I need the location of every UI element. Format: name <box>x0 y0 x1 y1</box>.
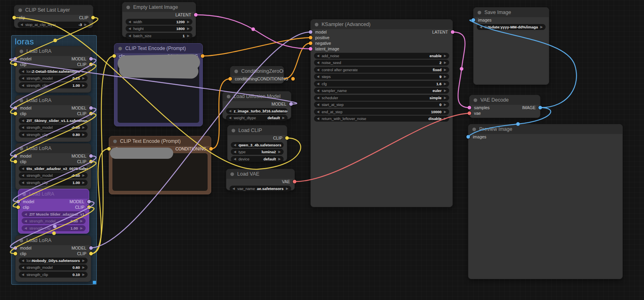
clip-output-dot[interactable] <box>87 206 91 209</box>
widget-row[interactable]: ◀height1800▶ <box>126 26 192 32</box>
widget-row[interactable]: ◀cfg1.6▶ <box>314 81 449 87</box>
widget-row[interactable]: ◀strength_clip1.00▶ <box>19 82 88 88</box>
node-title-bar[interactable]: VAE Decode <box>470 95 540 105</box>
node-status-dot[interactable] <box>118 47 122 50</box>
widget-row[interactable]: ◀z_image_turbo_bf16.safetensors▶ <box>226 108 288 114</box>
clip-output-dot[interactable] <box>89 112 93 116</box>
output-slot-VAE[interactable]: VAE <box>282 179 290 184</box>
clip-output-dot[interactable] <box>91 16 95 20</box>
output-slot-CLIP[interactable]: CLIP <box>77 251 87 256</box>
widget-decrement-arrow[interactable]: ◀ <box>128 34 131 38</box>
node-load-vae[interactable]: Load VAEVAE◀vae_nameae.safetensors▶ <box>226 169 295 190</box>
model-input-dot[interactable] <box>14 57 17 61</box>
image-input-dot[interactable] <box>472 18 475 22</box>
widget-increment-arrow[interactable]: ▶ <box>444 110 446 114</box>
widget-decrement-arrow[interactable]: ◀ <box>22 119 24 122</box>
output-slot-MODEL[interactable]: MODEL <box>72 154 87 158</box>
node-title-bar[interactable]: Load LoRA <box>16 96 91 105</box>
image-input-dot[interactable] <box>466 135 470 139</box>
widget-increment-arrow[interactable]: ▶ <box>82 174 85 177</box>
widget-row[interactable]: ◀sampler_nameeuler▶ <box>314 88 449 94</box>
output-slot-CLIP[interactable]: CLIP <box>77 159 87 164</box>
node-ksampler-advanced[interactable]: KSampler (Advanced)modelLATENTpositivene… <box>310 19 453 207</box>
input-slot-model[interactable]: model <box>20 106 32 110</box>
latent-output-dot[interactable] <box>451 30 454 34</box>
widget-increment-arrow[interactable]: ▶ <box>82 273 85 276</box>
widget-row[interactable]: ◀strength_clip1.00▶ <box>22 225 86 231</box>
node-load-lora-1[interactable]: Load LoRAmodelMODELclipCLIP◀lora_nameZ-D… <box>15 46 91 93</box>
model-output-dot[interactable] <box>89 106 93 110</box>
widget-row[interactable]: ◀weight_dtypedefault▶ <box>226 115 288 121</box>
output-slot-IMAGE[interactable]: IMAGE <box>522 105 536 110</box>
widget-decrement-arrow[interactable]: ◀ <box>22 259 24 262</box>
node-title-bar[interactable]: Load LoRA <box>18 189 89 199</box>
widget-row[interactable]: ◀ZIT Muscle Slider_adazmsr_v1...▶ <box>22 211 86 217</box>
node-status-dot[interactable] <box>20 50 23 53</box>
node-status-dot[interactable] <box>113 140 117 143</box>
node-title-bar[interactable]: Load LoRA <box>16 236 91 245</box>
node-status-dot[interactable] <box>20 239 23 242</box>
node-vae-decode[interactable]: VAE DecodesamplesIMAGEvae <box>469 95 540 118</box>
widget-increment-arrow[interactable]: ▶ <box>444 68 446 72</box>
widget-row[interactable]: ◀lora_na ...Nobody_Dilys.safetensors▶ <box>19 258 88 264</box>
input-slot-clip[interactable]: clip <box>20 159 26 164</box>
widget-increment-arrow[interactable]: ▶ <box>84 23 87 26</box>
latent-input-dot[interactable] <box>309 47 312 51</box>
output-slot-CLIP[interactable]: CLIP <box>77 62 87 67</box>
node-status-dot[interactable] <box>232 129 235 132</box>
widget-row[interactable]: ◀start_at_step0▶ <box>314 102 449 108</box>
widget-row[interactable]: ◀control after generatefixed▶ <box>314 67 449 73</box>
node-title-bar[interactable]: Load Diffusion Model <box>223 92 291 101</box>
node-title-bar[interactable]: CLIP Text Encode (Prompt) <box>114 44 202 53</box>
node-title-bar[interactable]: ConditioningZeroOut <box>230 66 284 76</box>
output-slot-CONDITIONING[interactable]: CONDITIONING <box>175 146 207 151</box>
widget-row[interactable]: ◀devicedefault▶ <box>231 156 284 162</box>
input-slot-model[interactable]: model <box>20 246 32 250</box>
output-slot-CLIP[interactable]: CLIP <box>77 111 87 116</box>
widget-increment-arrow[interactable]: ▶ <box>444 96 446 100</box>
widget-row[interactable]: ◀strength_model0.60▶ <box>19 264 88 270</box>
widget-increment-arrow[interactable]: ▶ <box>540 25 543 29</box>
node-status-dot[interactable] <box>227 95 230 98</box>
model-output-dot[interactable] <box>289 102 293 106</box>
widget-decrement-arrow[interactable]: ◀ <box>317 68 319 72</box>
model-input-dot[interactable] <box>16 200 20 204</box>
output-slot-MODEL[interactable]: MODEL <box>272 102 287 106</box>
node-load-lora-3[interactable]: Load LoRAmodelMODELclipCLIP◀tits_slider_… <box>15 143 91 190</box>
widget-row[interactable]: ◀end_at_step10000▶ <box>314 109 449 115</box>
conditioning-input-dot[interactable] <box>309 36 312 40</box>
widget-row[interactable]: ◀vae_nameae.safetensors▶ <box>230 186 291 192</box>
widget-decrement-arrow[interactable]: ◀ <box>234 143 236 147</box>
node-title-bar[interactable]: Load CLIP <box>228 126 287 135</box>
node-status-dot[interactable] <box>230 172 234 176</box>
node-status-dot[interactable] <box>315 23 318 26</box>
widget-increment-arrow[interactable]: ▶ <box>444 89 446 92</box>
widget-decrement-arrow[interactable]: ◀ <box>234 157 236 161</box>
widget-row[interactable]: ◀return_with_leftover_noisedisable▶ <box>314 116 449 122</box>
node-load-lora-2[interactable]: Load LoRAmodelMODELclipCLIP◀lo ...ZIT_Sk… <box>15 95 91 142</box>
node-status-dot[interactable] <box>22 192 26 196</box>
widget-decrement-arrow[interactable]: ◀ <box>480 25 482 29</box>
widget-row[interactable]: ◀strength_model0.25▶ <box>19 75 88 81</box>
conditioning-input-dot[interactable] <box>228 77 232 81</box>
widget-increment-arrow[interactable]: ▶ <box>82 70 85 73</box>
input-slot-samples[interactable]: samples <box>474 105 490 110</box>
vae-input-dot[interactable] <box>468 112 471 115</box>
widget-row[interactable]: ◀schedulersimple▶ <box>314 95 449 101</box>
output-slot-MODEL[interactable]: MODEL <box>72 56 87 61</box>
widget-row[interactable]: ◀steps9▶ <box>314 74 449 80</box>
widget-increment-arrow[interactable]: ▶ <box>82 259 85 262</box>
widget-decrement-arrow[interactable]: ◀ <box>317 61 319 64</box>
widget-decrement-arrow[interactable]: ◀ <box>22 126 24 129</box>
widget-decrement-arrow[interactable]: ◀ <box>317 82 319 86</box>
input-slot-negative[interactable]: negative <box>315 41 331 46</box>
widget-increment-arrow[interactable]: ▶ <box>82 76 85 80</box>
node-load-clip[interactable]: Load CLIPCLIP◀cli ...qwen_3_4b.safetenso… <box>227 125 287 161</box>
node-status-dot[interactable] <box>20 99 23 102</box>
clip-input-dot[interactable] <box>14 112 17 116</box>
node-clip-text-encode-positive[interactable]: CLIP Text Encode (Prompt)clipCONDITIONIN… <box>114 43 203 126</box>
widget-row[interactable]: ◀strength_clip0.80▶ <box>19 132 88 138</box>
node-clip-text-encode-negative[interactable]: CLIP Text Encode (Prompt)clipCONDITIONIN… <box>109 136 211 194</box>
widget-row[interactable]: ◀strength_model0.50▶ <box>22 218 86 224</box>
input-slot-clip[interactable]: clip <box>20 251 26 256</box>
